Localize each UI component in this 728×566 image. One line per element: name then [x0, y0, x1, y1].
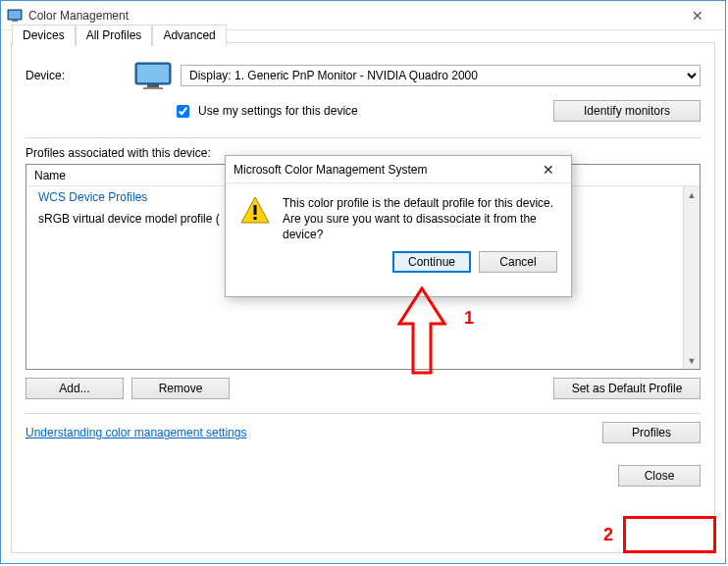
annotation-arrow [397, 286, 446, 377]
device-select[interactable]: Display: 1. Generic PnP Monitor - NVIDIA… [181, 65, 701, 86]
annotation-label-2: 2 [603, 525, 613, 545]
dialog-button-bar: Continue Cancel [226, 251, 571, 284]
confirm-dialog: Microsoft Color Management System ✕ This… [225, 155, 572, 297]
svg-rect-9 [254, 217, 257, 220]
svg-rect-2 [12, 20, 18, 22]
window-title: Color Management [28, 9, 676, 23]
scroll-down-icon[interactable]: ▼ [684, 352, 700, 369]
app-icon [7, 8, 23, 24]
close-row: Close [26, 465, 701, 487]
continue-button[interactable]: Continue [392, 251, 471, 273]
device-row: Device: Display: 1. Generic PnP Monitor … [26, 61, 701, 90]
warning-icon [239, 195, 271, 227]
dialog-titlebar: Microsoft Color Management System ✕ [226, 156, 571, 183]
footer-row: Understanding color management settings … [26, 422, 701, 443]
svg-rect-4 [137, 65, 169, 82]
use-settings-checkbox[interactable] [177, 105, 189, 118]
tab-devices[interactable]: Devices [12, 25, 76, 46]
set-default-button[interactable]: Set as Default Profile [553, 378, 701, 399]
use-settings-label: Use my settings for this device [198, 104, 358, 118]
dialog-close-button[interactable]: ✕ [534, 162, 563, 178]
svg-rect-1 [9, 11, 21, 19]
identify-monitors-button[interactable]: Identify monitors [553, 100, 701, 122]
list-scrollbar[interactable]: ▲ ▼ [683, 186, 700, 369]
cancel-button[interactable]: Cancel [479, 251, 557, 273]
monitor-icon [133, 61, 173, 90]
profile-buttons-row: Add... Remove Set as Default Profile [26, 378, 701, 399]
close-button[interactable]: Close [618, 465, 701, 487]
dialog-message: This color profile is the default profil… [283, 195, 557, 243]
remove-button[interactable]: Remove [131, 378, 230, 399]
use-settings-checkbox-wrap[interactable]: Use my settings for this device [173, 102, 553, 121]
tab-content: Device: Display: 1. Generic PnP Monitor … [12, 43, 714, 552]
device-label: Device: [26, 69, 133, 82]
help-link[interactable]: Understanding color management settings [26, 426, 246, 439]
separator-1 [26, 137, 701, 138]
device-options-row: Use my settings for this device Identify… [26, 100, 701, 122]
tabs-row: Devices All Profiles Advanced [12, 24, 227, 45]
dialog-body: This color profile is the default profil… [226, 183, 571, 251]
main-panel: Devices All Profiles Advanced Device: Di… [11, 42, 715, 553]
profiles-button[interactable]: Profiles [602, 422, 701, 443]
scroll-up-icon[interactable]: ▲ [684, 186, 700, 203]
svg-rect-8 [254, 205, 257, 215]
svg-rect-6 [143, 87, 163, 89]
svg-rect-5 [147, 84, 159, 87]
window-close-button[interactable]: ✕ [676, 2, 719, 29]
annotation-label-1: 1 [464, 308, 474, 329]
color-management-window: Color Management ✕ Devices All Profiles … [0, 0, 726, 564]
dialog-title: Microsoft Color Management System [234, 163, 534, 177]
add-button[interactable]: Add... [26, 378, 124, 399]
separator-2 [26, 413, 701, 414]
